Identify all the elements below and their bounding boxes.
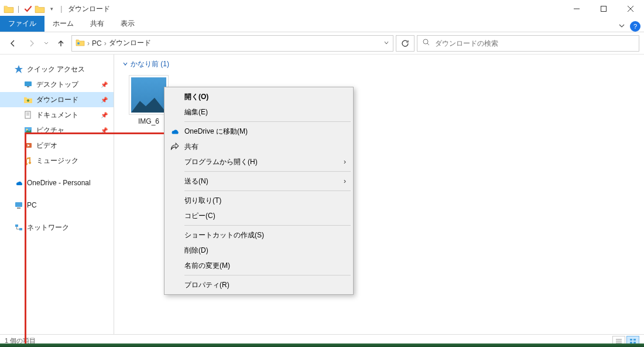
svg-line-6 xyxy=(427,43,429,45)
ctx-onedrive-move[interactable]: OneDrive に移動(M) xyxy=(166,124,352,139)
group-header[interactable]: かなり前 (1) xyxy=(122,59,636,69)
annotation-line xyxy=(25,132,26,343)
search-box[interactable] xyxy=(417,35,639,52)
sidebar-item-label: PC xyxy=(27,201,37,209)
sidebar-item-pictures[interactable]: ピクチャ 📌 xyxy=(0,123,114,138)
separator xyxy=(184,225,351,226)
svg-rect-1 xyxy=(601,6,607,12)
pin-icon: 📌 xyxy=(101,81,108,88)
ribbon-tabs: ファイル ホーム 共有 表示 ? xyxy=(0,18,644,32)
ctx-create-shortcut[interactable]: ショートカットの作成(S) xyxy=(166,227,352,243)
tab-home[interactable]: ホーム xyxy=(44,16,82,32)
nav-pane: クイック アクセス デスクトップ 📌 ダウンロード 📌 ドキュメント 📌 ピクチ… xyxy=(0,55,114,335)
minimize-button[interactable] xyxy=(563,0,590,18)
ctx-delete[interactable]: 削除(D) xyxy=(166,243,352,258)
svg-rect-18 xyxy=(19,228,22,230)
chevron-down-icon[interactable] xyxy=(618,22,625,31)
sidebar-item-documents[interactable]: ドキュメント 📌 xyxy=(0,107,114,123)
up-button[interactable] xyxy=(53,35,69,52)
chevron-right-icon: › xyxy=(344,158,346,166)
maximize-button[interactable] xyxy=(590,0,617,18)
context-menu: 開く(O) 編集(E) OneDrive に移動(M) 共有 プログラムから開く… xyxy=(164,87,354,295)
recent-dropdown-icon[interactable] xyxy=(42,35,50,52)
close-button[interactable] xyxy=(617,0,644,18)
ctx-share[interactable]: 共有 xyxy=(166,139,352,154)
window-controls xyxy=(563,0,644,18)
breadcrumb-pc[interactable]: PC xyxy=(92,39,102,47)
help-icon[interactable]: ? xyxy=(630,21,640,32)
desktop-icon xyxy=(23,80,33,89)
sidebar-pc[interactable]: PC xyxy=(0,198,114,213)
address-bar-row: › PC › ダウンロード xyxy=(0,32,644,55)
sidebar-item-label: ビデオ xyxy=(36,141,57,151)
separator xyxy=(184,275,351,275)
svg-point-4 xyxy=(77,42,80,45)
svg-rect-16 xyxy=(17,207,20,209)
ctx-properties[interactable]: プロパティ(R) xyxy=(166,277,352,292)
ctx-copy[interactable]: コピー(C) xyxy=(166,208,352,223)
refresh-button[interactable] xyxy=(396,35,415,52)
sidebar-item-label: ミュージック xyxy=(36,156,78,166)
taskbar-edge xyxy=(0,343,644,347)
search-input[interactable] xyxy=(435,39,634,47)
svg-rect-7 xyxy=(25,81,32,86)
folder-icon-qat[interactable] xyxy=(35,4,45,14)
folder-icon xyxy=(76,38,85,48)
sidebar-item-label: ドキュメント xyxy=(36,110,78,120)
separator xyxy=(184,121,351,122)
ctx-open-with[interactable]: プログラムから開く(H)› xyxy=(166,154,352,169)
tab-share[interactable]: 共有 xyxy=(82,16,112,32)
separator: | xyxy=(18,5,19,13)
folder-icon xyxy=(4,4,14,14)
breadcrumb-downloads[interactable]: ダウンロード xyxy=(109,38,151,48)
svg-point-5 xyxy=(423,39,428,44)
ctx-rename[interactable]: 名前の変更(M) xyxy=(166,258,352,273)
file-thumbnail xyxy=(129,75,169,115)
svg-rect-22 xyxy=(630,339,632,341)
chevron-down-icon[interactable] xyxy=(383,39,389,47)
ctx-cut[interactable]: 切り取り(T) xyxy=(166,193,352,208)
forward-button[interactable] xyxy=(23,35,40,52)
separator xyxy=(184,190,351,191)
chevron-right-icon[interactable]: › xyxy=(87,39,90,47)
sidebar-item-label: ネットワーク xyxy=(27,223,69,233)
sidebar-item-label: クイック アクセス xyxy=(27,64,85,74)
search-icon xyxy=(422,38,430,48)
ctx-edit[interactable]: 編集(E) xyxy=(166,104,352,120)
pin-icon: 📌 xyxy=(101,97,108,103)
sidebar-item-music[interactable]: ミュージック xyxy=(0,153,114,168)
sidebar-item-label: デスクトップ xyxy=(36,80,78,90)
ctx-open[interactable]: 開く(O) xyxy=(166,89,352,104)
sidebar-item-desktop[interactable]: デスクトップ 📌 xyxy=(0,77,114,92)
ctx-send-to[interactable]: 送る(N)› xyxy=(166,174,352,189)
sidebar-item-videos[interactable]: ビデオ xyxy=(0,138,114,153)
sidebar-quick-access[interactable]: クイック アクセス xyxy=(0,62,114,77)
download-folder-icon xyxy=(23,95,33,104)
chevron-right-icon[interactable]: › xyxy=(104,39,107,47)
document-icon xyxy=(23,110,33,120)
titlebar: | ▾ | ダウンロード xyxy=(0,0,644,18)
address-box[interactable]: › PC › ダウンロード xyxy=(71,35,393,52)
back-button[interactable] xyxy=(5,35,21,52)
tab-view[interactable]: 表示 xyxy=(112,16,143,32)
svg-rect-15 xyxy=(15,202,22,207)
onedrive-icon xyxy=(169,126,180,137)
pc-icon xyxy=(14,200,23,210)
sidebar-onedrive[interactable]: OneDrive - Personal xyxy=(0,175,114,190)
annotation-line xyxy=(25,132,164,134)
star-icon xyxy=(14,64,23,74)
dropdown-icon[interactable]: ▾ xyxy=(46,4,57,14)
sidebar-network[interactable]: ネットワーク xyxy=(0,220,114,235)
onedrive-icon xyxy=(14,178,23,188)
pin-icon: 📌 xyxy=(101,112,108,118)
separator xyxy=(184,171,351,172)
svg-rect-17 xyxy=(15,224,18,227)
tab-file[interactable]: ファイル xyxy=(0,16,44,32)
share-icon xyxy=(169,141,180,152)
sidebar-item-downloads[interactable]: ダウンロード 📌 xyxy=(0,92,114,107)
titlebar-qat: | ▾ | xyxy=(4,4,64,14)
checkmark-icon[interactable] xyxy=(23,4,33,14)
separator: | xyxy=(60,5,62,13)
file-name: IMG_6 xyxy=(138,117,159,125)
chevron-down-icon xyxy=(122,60,128,69)
